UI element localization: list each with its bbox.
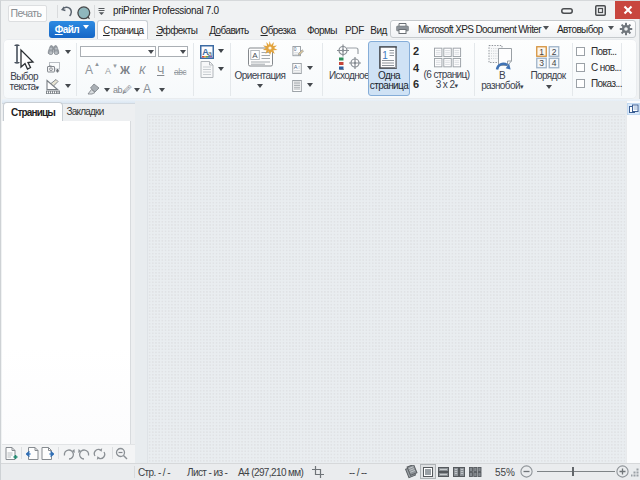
svg-text:1: 1: [539, 47, 544, 57]
svg-text:4: 4: [552, 58, 557, 68]
svg-text:0: 0: [294, 47, 297, 52]
svg-text:1: 1: [382, 50, 388, 61]
svg-text:2: 2: [552, 47, 557, 57]
svg-text:3: 3: [539, 58, 544, 68]
svg-text:A: A: [252, 51, 258, 60]
svg-text:A: A: [294, 64, 298, 70]
svg-text:a: a: [208, 50, 212, 57]
